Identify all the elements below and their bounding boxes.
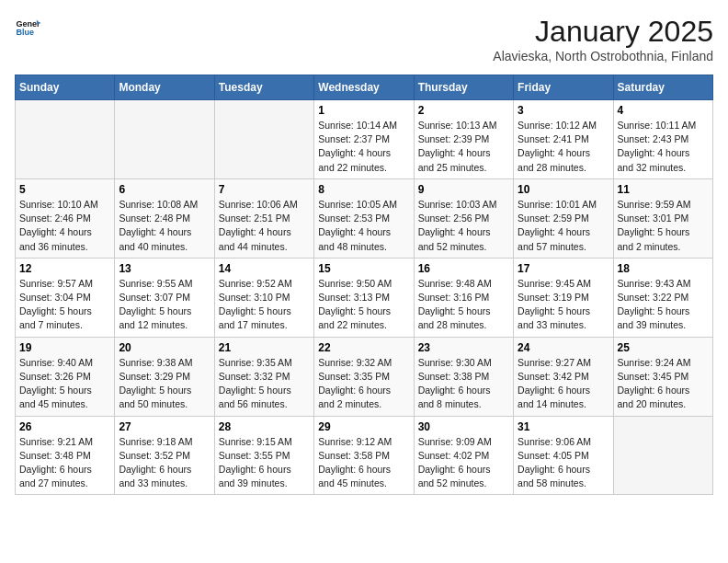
day-info: Sunrise: 9:55 AM Sunset: 3:07 PM Dayligh…: [119, 277, 210, 333]
table-row: 23Sunrise: 9:30 AM Sunset: 3:38 PM Dayli…: [414, 337, 513, 416]
day-info: Sunrise: 9:12 AM Sunset: 3:58 PM Dayligh…: [318, 435, 409, 491]
header-wednesday: Wednesday: [314, 75, 414, 100]
day-number: 22: [318, 341, 409, 354]
day-number: 29: [318, 420, 409, 433]
day-info: Sunrise: 9:06 AM Sunset: 4:05 PM Dayligh…: [518, 435, 609, 491]
table-row: 27Sunrise: 9:18 AM Sunset: 3:52 PM Dayli…: [115, 416, 214, 495]
page-header: General Blue January 2025 Alavieska, Nor…: [15, 15, 713, 63]
table-row: 2Sunrise: 10:13 AM Sunset: 2:39 PM Dayli…: [414, 100, 513, 179]
table-row: 20Sunrise: 9:38 AM Sunset: 3:29 PM Dayli…: [115, 337, 214, 416]
calendar-subtitle: Alavieska, North Ostrobothnia, Finland: [493, 49, 713, 63]
logo: General Blue: [15, 15, 40, 40]
header-friday: Friday: [514, 75, 613, 100]
day-number: 27: [119, 420, 210, 433]
day-number: 17: [518, 262, 609, 275]
table-row: 29Sunrise: 9:12 AM Sunset: 3:58 PM Dayli…: [314, 416, 414, 495]
day-info: Sunrise: 9:50 AM Sunset: 3:13 PM Dayligh…: [318, 277, 409, 333]
table-row: 5Sunrise: 10:10 AM Sunset: 2:46 PM Dayli…: [16, 178, 115, 258]
day-number: 16: [418, 262, 509, 275]
day-number: 11: [618, 183, 709, 196]
table-row: 26Sunrise: 9:21 AM Sunset: 3:48 PM Dayli…: [16, 416, 115, 495]
header-tuesday: Tuesday: [214, 75, 313, 100]
day-number: 9: [418, 183, 509, 196]
table-row: 4Sunrise: 10:11 AM Sunset: 2:43 PM Dayli…: [613, 100, 712, 179]
calendar-week-row: 5Sunrise: 10:10 AM Sunset: 2:46 PM Dayli…: [16, 178, 713, 258]
header-sunday: Sunday: [16, 75, 115, 100]
table-row: 22Sunrise: 9:32 AM Sunset: 3:35 PM Dayli…: [314, 337, 414, 416]
day-info: Sunrise: 9:21 AM Sunset: 3:48 PM Dayligh…: [19, 435, 110, 491]
table-row: [16, 100, 115, 179]
day-info: Sunrise: 9:18 AM Sunset: 3:52 PM Dayligh…: [119, 435, 210, 491]
table-row: [613, 416, 712, 495]
day-info: Sunrise: 10:10 AM Sunset: 2:46 PM Daylig…: [19, 198, 110, 254]
day-info: Sunrise: 9:32 AM Sunset: 3:35 PM Dayligh…: [318, 356, 409, 412]
day-info: Sunrise: 9:30 AM Sunset: 3:38 PM Dayligh…: [418, 356, 509, 412]
header-monday: Monday: [115, 75, 214, 100]
day-number: 12: [19, 262, 110, 275]
table-row: 12Sunrise: 9:57 AM Sunset: 3:04 PM Dayli…: [16, 258, 115, 337]
day-info: Sunrise: 9:43 AM Sunset: 3:22 PM Dayligh…: [618, 277, 709, 333]
table-row: 18Sunrise: 9:43 AM Sunset: 3:22 PM Dayli…: [613, 258, 712, 337]
day-number: 10: [518, 183, 609, 196]
title-section: January 2025 Alavieska, North Ostrobothn…: [493, 15, 713, 63]
table-row: 28Sunrise: 9:15 AM Sunset: 3:55 PM Dayli…: [214, 416, 313, 495]
day-info: Sunrise: 9:40 AM Sunset: 3:26 PM Dayligh…: [19, 356, 110, 412]
table-row: 13Sunrise: 9:55 AM Sunset: 3:07 PM Dayli…: [115, 258, 214, 337]
day-info: Sunrise: 10:06 AM Sunset: 2:51 PM Daylig…: [219, 198, 310, 254]
table-row: 24Sunrise: 9:27 AM Sunset: 3:42 PM Dayli…: [514, 337, 613, 416]
day-info: Sunrise: 10:12 AM Sunset: 2:41 PM Daylig…: [518, 119, 609, 175]
calendar-table: Sunday Monday Tuesday Wednesday Thursday…: [15, 75, 713, 495]
table-row: 7Sunrise: 10:06 AM Sunset: 2:51 PM Dayli…: [214, 178, 313, 258]
day-info: Sunrise: 9:45 AM Sunset: 3:19 PM Dayligh…: [518, 277, 609, 333]
day-info: Sunrise: 10:11 AM Sunset: 2:43 PM Daylig…: [618, 119, 709, 175]
table-row: 11Sunrise: 9:59 AM Sunset: 3:01 PM Dayli…: [613, 178, 712, 258]
day-number: 21: [219, 341, 310, 354]
calendar-week-row: 12Sunrise: 9:57 AM Sunset: 3:04 PM Dayli…: [16, 258, 713, 337]
table-row: [214, 100, 313, 179]
header-saturday: Saturday: [613, 75, 712, 100]
day-info: Sunrise: 10:01 AM Sunset: 2:59 PM Daylig…: [518, 198, 609, 254]
day-number: 14: [219, 262, 310, 275]
day-number: 7: [219, 183, 310, 196]
table-row: 9Sunrise: 10:03 AM Sunset: 2:56 PM Dayli…: [414, 178, 513, 258]
table-row: 14Sunrise: 9:52 AM Sunset: 3:10 PM Dayli…: [214, 258, 313, 337]
calendar-week-row: 26Sunrise: 9:21 AM Sunset: 3:48 PM Dayli…: [16, 416, 713, 495]
day-number: 19: [19, 341, 110, 354]
table-row: 10Sunrise: 10:01 AM Sunset: 2:59 PM Dayl…: [514, 178, 613, 258]
day-number: 18: [618, 262, 709, 275]
day-info: Sunrise: 9:35 AM Sunset: 3:32 PM Dayligh…: [219, 356, 310, 412]
table-row: 19Sunrise: 9:40 AM Sunset: 3:26 PM Dayli…: [16, 337, 115, 416]
day-info: Sunrise: 9:27 AM Sunset: 3:42 PM Dayligh…: [518, 356, 609, 412]
day-info: Sunrise: 9:09 AM Sunset: 4:02 PM Dayligh…: [418, 435, 509, 491]
day-info: Sunrise: 9:48 AM Sunset: 3:16 PM Dayligh…: [418, 277, 509, 333]
svg-text:Blue: Blue: [16, 28, 34, 37]
table-row: 1Sunrise: 10:14 AM Sunset: 2:37 PM Dayli…: [314, 100, 414, 179]
day-number: 23: [418, 341, 509, 354]
day-number: 25: [618, 341, 709, 354]
day-number: 2: [418, 104, 509, 117]
day-info: Sunrise: 10:13 AM Sunset: 2:39 PM Daylig…: [418, 119, 509, 175]
day-number: 30: [418, 420, 509, 433]
table-row: 21Sunrise: 9:35 AM Sunset: 3:32 PM Dayli…: [214, 337, 313, 416]
day-info: Sunrise: 10:14 AM Sunset: 2:37 PM Daylig…: [318, 119, 409, 175]
table-row: 3Sunrise: 10:12 AM Sunset: 2:41 PM Dayli…: [514, 100, 613, 179]
logo-icon: General Blue: [15, 15, 40, 40]
calendar-week-row: 1Sunrise: 10:14 AM Sunset: 2:37 PM Dayli…: [16, 100, 713, 179]
day-number: 3: [518, 104, 609, 117]
calendar-title: January 2025: [493, 15, 713, 49]
day-info: Sunrise: 9:38 AM Sunset: 3:29 PM Dayligh…: [119, 356, 210, 412]
day-info: Sunrise: 9:59 AM Sunset: 3:01 PM Dayligh…: [618, 198, 709, 254]
table-row: 30Sunrise: 9:09 AM Sunset: 4:02 PM Dayli…: [414, 416, 513, 495]
day-number: 20: [119, 341, 210, 354]
day-number: 31: [518, 420, 609, 433]
day-info: Sunrise: 9:57 AM Sunset: 3:04 PM Dayligh…: [19, 277, 110, 333]
day-number: 6: [119, 183, 210, 196]
day-info: Sunrise: 10:08 AM Sunset: 2:48 PM Daylig…: [119, 198, 210, 254]
table-row: 25Sunrise: 9:24 AM Sunset: 3:45 PM Dayli…: [613, 337, 712, 416]
table-row: 8Sunrise: 10:05 AM Sunset: 2:53 PM Dayli…: [314, 178, 414, 258]
calendar-week-row: 19Sunrise: 9:40 AM Sunset: 3:26 PM Dayli…: [16, 337, 713, 416]
calendar-header-row: Sunday Monday Tuesday Wednesday Thursday…: [16, 75, 713, 100]
table-row: 16Sunrise: 9:48 AM Sunset: 3:16 PM Dayli…: [414, 258, 513, 337]
table-row: 15Sunrise: 9:50 AM Sunset: 3:13 PM Dayli…: [314, 258, 414, 337]
day-number: 24: [518, 341, 609, 354]
